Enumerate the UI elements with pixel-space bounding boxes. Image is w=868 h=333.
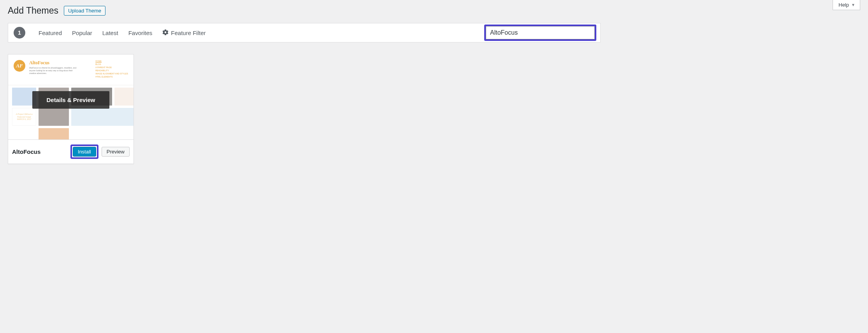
- screenshot-nav: HOME BLOG A PARENT PAGE READABILITY IMAG…: [95, 60, 128, 78]
- filter-featured[interactable]: Featured: [39, 30, 62, 36]
- search-highlight: [484, 25, 596, 41]
- gear-icon: [162, 29, 169, 37]
- page-title: Add Themes: [8, 5, 58, 16]
- feature-filter-label: Feature Filter: [171, 30, 206, 36]
- filter-favorites[interactable]: Favorites: [128, 30, 153, 36]
- filter-bar: 1 Featured Popular Latest Favorites Feat…: [8, 23, 601, 42]
- theme-footer: AltoFocus Install Preview: [8, 139, 134, 164]
- screenshot-nav-item: IMAGE ALIGNMENT AND STYLES: [95, 72, 128, 75]
- results-count-badge: 1: [14, 27, 25, 39]
- theme-logo-icon: AF: [14, 60, 25, 72]
- details-preview-overlay[interactable]: Details & Preview: [32, 91, 109, 109]
- screenshot-nav-item: READABILITY: [95, 69, 109, 72]
- screenshot-title: AltoFocus: [29, 60, 80, 66]
- upload-theme-button[interactable]: Upload Theme: [64, 6, 105, 16]
- install-button[interactable]: Install: [73, 147, 96, 157]
- theme-name: AltoFocus: [12, 148, 70, 155]
- screenshot-nav-item: BLOG: [95, 63, 101, 65]
- feature-filter-button[interactable]: Feature Filter: [162, 29, 206, 37]
- theme-screenshot: AF AltoFocus AltoFocus is a theme for ph…: [8, 55, 134, 139]
- search-wrap: [484, 25, 595, 41]
- screenshot-nav-item: HOME: [95, 60, 102, 62]
- preview-button[interactable]: Preview: [102, 147, 130, 157]
- install-highlight: Install: [70, 144, 98, 159]
- screenshot-nav-item: HTML ELEMENTS: [95, 76, 112, 78]
- filter-latest[interactable]: Latest: [102, 30, 118, 36]
- screenshot-desc: AltoFocus is a theme for photobloggers, …: [29, 67, 80, 75]
- themes-list: AF AltoFocus AltoFocus is a theme for ph…: [0, 54, 608, 164]
- page-header: Add Themes Upload Theme: [0, 0, 608, 19]
- theme-card[interactable]: AF AltoFocus AltoFocus is a theme for ph…: [8, 54, 134, 164]
- screenshot-tile-text: MARCH 6, 2017: [17, 118, 31, 121]
- theme-search-input[interactable]: [486, 26, 595, 39]
- filter-popular[interactable]: Popular: [72, 30, 92, 36]
- screenshot-nav-item: A PARENT PAGE: [95, 66, 112, 69]
